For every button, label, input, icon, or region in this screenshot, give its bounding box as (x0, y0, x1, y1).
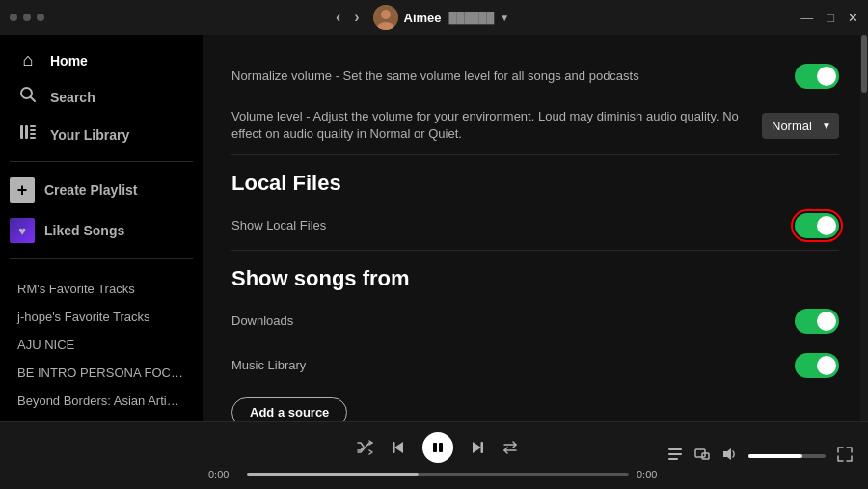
home-icon: ⌂ (17, 50, 39, 70)
svg-marker-11 (394, 442, 403, 453)
add-source-button[interactable]: Add a source (231, 397, 347, 421)
create-playlist-icon: + (10, 177, 35, 203)
svg-rect-16 (481, 442, 484, 453)
settings-content: Normalize volume - Set the same volume l… (203, 35, 868, 421)
next-button[interactable] (469, 439, 486, 456)
sidebar-item-library[interactable]: Your Library (8, 116, 195, 153)
show-local-files-toggle[interactable] (795, 213, 839, 238)
divider-2 (231, 250, 839, 251)
title-bar-center: ‹ › Aimee ██████ ▼ (336, 5, 509, 30)
music-library-toggle[interactable] (795, 353, 839, 378)
player-right (667, 447, 853, 466)
playlist-item-2[interactable]: AJU NICE (0, 331, 203, 359)
previous-button[interactable] (390, 439, 407, 456)
main-layout: ⌂ Home Search (0, 35, 868, 421)
playlist-item-0[interactable]: RM's Favorite Tracks (0, 275, 203, 303)
close-button[interactable]: ✕ (848, 11, 858, 25)
show-local-files-label: Show Local Files (231, 217, 326, 234)
sidebar-label-search: Search (50, 90, 95, 105)
player-bar: 0:00 0:00 (0, 421, 868, 489)
title-bar: ‹ › Aimee ██████ ▼ — □ ✕ (0, 0, 868, 35)
progress-bar-fill (247, 473, 419, 476)
dot-3 (37, 14, 44, 21)
nav-back[interactable]: ‹ (336, 9, 340, 26)
sidebar-item-home[interactable]: ⌂ Home (8, 42, 195, 78)
queue-icon[interactable] (667, 447, 683, 466)
show-songs-from-header: Show songs from (231, 266, 839, 291)
scrollbar-thumb[interactable] (861, 35, 867, 93)
sidebar-divider (10, 161, 193, 162)
play-pause-button[interactable] (422, 432, 453, 463)
music-library-label: Music Library (231, 357, 306, 374)
time-start: 0:00 (208, 469, 239, 480)
sidebar-label-library: Your Library (50, 127, 129, 143)
user-name: Aimee (404, 11, 442, 25)
minimize-button[interactable]: — (800, 11, 813, 25)
create-playlist-item[interactable]: + Create Playlist (0, 170, 203, 210)
progress-bar[interactable] (247, 473, 629, 476)
svg-line-4 (31, 97, 36, 102)
user-menu[interactable]: Aimee ██████ ▼ (373, 5, 510, 30)
shuffle-button[interactable] (357, 439, 374, 456)
volume-bar[interactable] (748, 454, 826, 458)
search-icon (17, 86, 39, 108)
svg-rect-9 (30, 133, 36, 135)
normalize-volume-toggle[interactable] (795, 64, 839, 89)
sidebar-item-search[interactable]: Search (8, 78, 195, 116)
downloads-row: Downloads (231, 299, 839, 343)
repeat-button[interactable] (502, 439, 519, 456)
svg-rect-12 (393, 442, 395, 453)
sidebar-nav: ⌂ Home Search (0, 42, 203, 153)
show-songs-from-section: Show songs from Downloads Music Library … (231, 266, 839, 421)
window-controls[interactable]: — □ ✕ (800, 11, 858, 25)
normalize-volume-text: Normalize volume - Set the same volume l… (231, 68, 639, 85)
playlist-item-3[interactable]: BE INTRO PERSONA FOCU... (0, 359, 203, 387)
sidebar: ⌂ Home Search (0, 35, 203, 421)
maximize-button[interactable]: □ (827, 11, 834, 25)
svg-rect-8 (30, 129, 36, 131)
svg-rect-10 (30, 137, 36, 139)
time-end: 0:00 (637, 469, 667, 480)
liked-songs-item[interactable]: ♥ Liked Songs (0, 210, 203, 251)
playlist-item-1[interactable]: j-hope's Favorite Tracks (0, 303, 203, 331)
sidebar-label-home: Home (50, 53, 88, 68)
player-progress: 0:00 0:00 (208, 469, 667, 480)
volume-level-dropdown-wrapper: Quiet Normal Loud ▼ (762, 113, 839, 139)
svg-rect-6 (25, 125, 28, 139)
player-controls: 0:00 0:00 (208, 432, 667, 480)
svg-marker-22 (723, 448, 731, 460)
music-library-knob (817, 356, 836, 375)
dot-2 (23, 14, 31, 21)
nav-forward[interactable]: › (354, 9, 359, 26)
liked-songs-icon: ♥ (10, 218, 35, 243)
show-local-files-row: Show Local Files (231, 204, 839, 248)
show-local-files-knob (817, 216, 836, 235)
volume-level-row: Volume level - Adjust the volume for you… (231, 98, 839, 152)
local-files-header: Local Files (231, 171, 839, 196)
volume-icon[interactable] (721, 447, 737, 466)
svg-rect-5 (20, 125, 23, 139)
sidebar-divider-2 (10, 258, 193, 259)
svg-rect-7 (30, 125, 36, 127)
downloads-label: Downloads (231, 312, 293, 330)
svg-rect-19 (668, 458, 678, 460)
downloads-toggle[interactable] (795, 309, 839, 334)
playlist-item-4[interactable]: Beyond Borders: Asian Artist... (0, 387, 203, 414)
normalize-volume-row: Normalize volume - Set the same volume l… (231, 54, 839, 98)
svg-point-1 (381, 10, 391, 19)
local-files-section: Local Files Show Local Files (231, 171, 839, 248)
fullscreen-icon[interactable] (837, 447, 853, 466)
avatar (373, 5, 398, 30)
scrollbar-track[interactable] (860, 35, 868, 421)
svg-rect-18 (668, 453, 682, 455)
downloads-knob (817, 312, 836, 331)
toggle-knob (817, 67, 836, 86)
volume-bar-fill (748, 454, 802, 458)
devices-icon[interactable] (694, 447, 710, 466)
svg-marker-15 (473, 442, 481, 453)
playlist-list: RM's Favorite Tracks j-hope's Favorite T… (0, 271, 203, 414)
music-library-row: Music Library (231, 343, 839, 388)
volume-level-dropdown[interactable]: Quiet Normal Loud (762, 113, 839, 139)
user-name-blurred: ██████ (449, 12, 495, 23)
window-dots (10, 14, 44, 21)
